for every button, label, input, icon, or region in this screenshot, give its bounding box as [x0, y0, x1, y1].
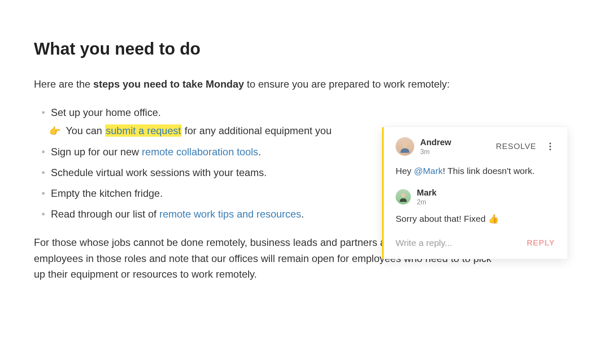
comment-timestamp: 3m [420, 148, 451, 156]
svg-point-4 [401, 193, 405, 198]
comment-text-suffix: ! This link doesn't work. [443, 166, 535, 176]
comment-body: Hey @Mark! This link doesn't work. [396, 164, 556, 178]
author-block: Mark 2m [417, 188, 437, 206]
comment-reply: Mark 2m Sorry about that! Fixed 👍 [384, 182, 568, 228]
comment-author: Mark [417, 188, 437, 198]
sub-before: You can [63, 125, 105, 136]
person-icon [398, 192, 408, 202]
step-text: Empty the kitchen fridge. [51, 188, 163, 199]
reply-button[interactable]: REPLY [526, 237, 556, 249]
step-before: Read through our list of [51, 208, 159, 220]
step-before: Sign up for our new [51, 146, 142, 157]
pointing-hand-icon: 👉 [49, 126, 61, 136]
highlighted-text: submit a request [105, 124, 182, 137]
submit-request-link[interactable]: submit a request [106, 125, 181, 136]
intro-prefix: Here are the [34, 78, 93, 90]
resolve-button[interactable]: RESOLVE [495, 140, 537, 153]
avatar [396, 137, 414, 156]
step-after: . [258, 146, 261, 157]
comment-thread-panel: Andrew 3m RESOLVE Hey @Mark! This link [382, 127, 568, 259]
author-block: Andrew 3m [420, 138, 451, 156]
user-mention[interactable]: @Mark [414, 166, 443, 176]
comment-text-prefix: Hey [396, 166, 414, 176]
step-after: . [301, 208, 304, 220]
comment-actions: RESOLVE [495, 140, 556, 153]
reply-input[interactable] [396, 236, 526, 250]
person-icon [399, 140, 411, 153]
more-options-button[interactable] [545, 141, 556, 152]
avatar [396, 189, 411, 204]
step-text: Set up your home office. [51, 107, 161, 118]
comment-timestamp: 2m [417, 199, 437, 206]
svg-point-3 [549, 149, 551, 150]
intro-suffix: to ensure you are prepared to work remot… [244, 78, 450, 90]
svg-point-0 [402, 142, 407, 147]
svg-point-2 [549, 146, 551, 147]
sub-after: for any additional equipment you [182, 125, 332, 136]
intro-paragraph: Here are the steps you need to take Mond… [34, 76, 500, 92]
comment-body: Sorry about that! Fixed 👍 [396, 212, 556, 226]
reply-header: Mark 2m [396, 188, 556, 206]
page-title: What you need to do [34, 38, 500, 59]
intro-bold: steps you need to take Monday [93, 78, 244, 90]
svg-point-1 [549, 143, 551, 144]
vertical-dots-icon [546, 143, 554, 150]
step-text: Schedule virtual work sessions with your… [51, 167, 267, 178]
comment-author: Andrew [420, 138, 451, 147]
reply-row: REPLY [384, 228, 568, 256]
comment: Andrew 3m RESOLVE Hey @Mark! This link [384, 127, 568, 182]
remote-tools-link[interactable]: remote collaboration tools [142, 146, 258, 157]
comment-header: Andrew 3m RESOLVE [396, 137, 556, 156]
remote-tips-link[interactable]: remote work tips and resources [159, 208, 301, 220]
